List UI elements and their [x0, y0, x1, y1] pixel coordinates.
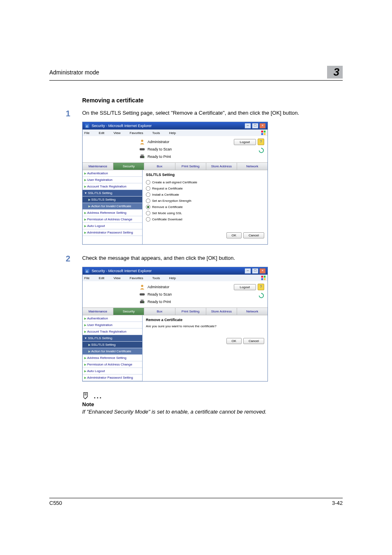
- app-header: Administrator Ready to Scan Ready to Pri…: [83, 136, 267, 162]
- sidebar-sub-action-invalid[interactable]: ▶Action for Invalid Certificate: [83, 203, 142, 210]
- panel-title: Remove a Certificate: [146, 318, 264, 322]
- sidebar-item-auto-logout[interactable]: ▶Auto Logout: [83, 223, 142, 229]
- sidebar-item-user-registration[interactable]: ▶User Registration: [83, 322, 142, 328]
- menu-help[interactable]: Help: [169, 131, 180, 135]
- sidebar-item-account-track[interactable]: ▶Account Track Registration: [83, 183, 142, 190]
- cancel-button[interactable]: Cancel: [243, 232, 264, 238]
- menu-favorites[interactable]: Favorites: [130, 276, 148, 280]
- menu-help[interactable]: Help: [169, 276, 180, 280]
- radio-enc-strength[interactable]: Set an Encryption Strength: [146, 198, 264, 204]
- header-title: Administrator mode: [49, 69, 99, 76]
- ok-button[interactable]: OK: [226, 232, 242, 238]
- close-button[interactable]: ×: [259, 268, 266, 274]
- note-block: ... Note If "Enhanced Security Mode" is …: [82, 391, 304, 416]
- close-button[interactable]: ×: [259, 123, 266, 129]
- scanner-icon: [139, 146, 145, 152]
- tab-print-setting[interactable]: Print Setting: [175, 163, 206, 170]
- sidebar-item-account-track[interactable]: ▶Account Track Registration: [83, 328, 142, 335]
- svg-text:e: e: [86, 124, 88, 128]
- refresh-icon[interactable]: [258, 148, 264, 153]
- tabbar: Maintenance Security Box Print Setting S…: [83, 162, 267, 170]
- tab-security[interactable]: Security: [113, 308, 144, 315]
- svg-point-21: [143, 302, 144, 303]
- footer-model: C550: [49, 500, 62, 506]
- radio-cert-download[interactable]: Certificate Download: [146, 216, 264, 222]
- sidebar-item-admin-password[interactable]: ▶Administrator Password Setting: [83, 229, 142, 236]
- tab-store-address[interactable]: Store Address: [206, 308, 237, 315]
- ready-print-label: Ready to Print: [148, 155, 171, 159]
- sidebar-item-address-reference[interactable]: ▶Address Reference Setting: [83, 210, 142, 216]
- logout-button[interactable]: Logout: [234, 284, 256, 290]
- tab-security[interactable]: Security: [113, 163, 144, 170]
- cancel-button[interactable]: Cancel: [243, 338, 264, 344]
- window-titlebar: e Security - Microsoft Internet Explorer…: [83, 122, 267, 130]
- section-heading: Removing a certificate: [82, 97, 343, 104]
- sidebar-item-permission-address[interactable]: ▶Permission of Address Change: [83, 361, 142, 368]
- svg-text:e: e: [86, 269, 88, 273]
- sidebar-item-user-registration[interactable]: ▶User Registration: [83, 177, 142, 183]
- minimize-button[interactable]: –: [244, 123, 251, 129]
- page-header: Administrator mode 3: [49, 66, 343, 81]
- sidebar-item-auto-logout[interactable]: ▶Auto Logout: [83, 368, 142, 375]
- tab-network[interactable]: Network: [237, 163, 267, 170]
- sidebar-sub-ssltls-setting[interactable]: ▶SSL/TLS Setting: [83, 197, 142, 203]
- refresh-icon[interactable]: [258, 293, 264, 298]
- maximize-button[interactable]: □: [252, 268, 258, 274]
- menu-tools[interactable]: Tools: [152, 131, 164, 135]
- radio-install-cert[interactable]: Install a Certificate: [146, 192, 264, 198]
- menu-edit[interactable]: Edit: [99, 131, 108, 135]
- help-button[interactable]: ?: [258, 139, 264, 145]
- app-header: Administrator Ready to Scan Ready to Pri…: [83, 281, 267, 308]
- ok-button[interactable]: OK: [226, 338, 242, 344]
- radio-create-selfsigned[interactable]: Create a self-signed Certificate: [146, 179, 264, 185]
- page-footer: C550 3-42: [49, 498, 343, 506]
- sidebar-item-authentication[interactable]: ▶Authentication: [83, 315, 142, 322]
- radio-remove-cert[interactable]: Remove a Certificate: [146, 204, 264, 210]
- step-number: 1: [66, 109, 82, 118]
- maximize-button[interactable]: □: [252, 123, 258, 129]
- sidebar-sub-action-invalid[interactable]: ▶Action for Invalid Certificate: [83, 348, 142, 355]
- windows-flag-icon: [261, 275, 266, 280]
- printer-icon: [139, 299, 145, 305]
- browser-menubar: File Edit View Favorites Tools Help: [83, 130, 267, 136]
- radio-ssl-mode[interactable]: Set Mode using SSL: [146, 210, 264, 216]
- printer-icon: [139, 154, 145, 160]
- step-text: On the SSL/TLS Setting page, select "Rem…: [82, 109, 343, 118]
- sidebar-item-admin-password[interactable]: ▶Administrator Password Setting: [83, 375, 142, 381]
- sidebar-item-authentication[interactable]: ▶Authentication: [83, 170, 142, 177]
- footer-page: 3-42: [332, 500, 343, 506]
- sidebar-item-address-reference[interactable]: ▶Address Reference Setting: [83, 355, 142, 361]
- tab-maintenance[interactable]: Maintenance: [83, 163, 113, 170]
- administrator-icon: [139, 284, 145, 290]
- menu-favorites[interactable]: Favorites: [130, 131, 148, 135]
- content-panel: Remove a Certificate Are you sure you wa…: [143, 315, 267, 381]
- radio-request-cert[interactable]: Request a Certificate: [146, 185, 264, 192]
- sidebar-item-permission-address[interactable]: ▶Permission of Address Change: [83, 216, 142, 223]
- panel-title: SSL/TLS Setting: [146, 173, 264, 177]
- sidebar-sub-ssltls-setting[interactable]: ▶SSL/TLS Setting: [83, 342, 142, 348]
- tab-maintenance[interactable]: Maintenance: [83, 308, 113, 315]
- menu-view[interactable]: View: [113, 131, 125, 135]
- administrator-icon: [139, 139, 145, 145]
- menu-tools[interactable]: Tools: [152, 276, 164, 280]
- minimize-button[interactable]: –: [244, 268, 251, 274]
- window-title: Security - Microsoft Internet Explorer: [92, 269, 152, 273]
- ready-scan-label: Ready to Scan: [148, 292, 172, 296]
- tab-store-address[interactable]: Store Address: [206, 163, 237, 170]
- sidebar-item-ssltls[interactable]: ▼SSL/TLS Setting: [83, 190, 142, 197]
- ie-icon: e: [84, 123, 90, 129]
- help-button[interactable]: ?: [258, 284, 264, 290]
- tab-box[interactable]: Box: [144, 163, 175, 170]
- tab-box[interactable]: Box: [144, 308, 175, 315]
- tab-network[interactable]: Network: [237, 308, 267, 315]
- role-label: Administrator: [148, 285, 169, 289]
- svg-rect-20: [141, 300, 144, 301]
- menu-edit[interactable]: Edit: [99, 276, 108, 280]
- menu-view[interactable]: View: [113, 276, 125, 280]
- svg-rect-7: [140, 148, 145, 150]
- menu-file[interactable]: File: [84, 276, 94, 280]
- tab-print-setting[interactable]: Print Setting: [175, 308, 206, 315]
- sidebar-item-ssltls[interactable]: ▼SSL/TLS Setting: [83, 335, 142, 342]
- logout-button[interactable]: Logout: [234, 139, 256, 145]
- menu-file[interactable]: File: [84, 131, 94, 135]
